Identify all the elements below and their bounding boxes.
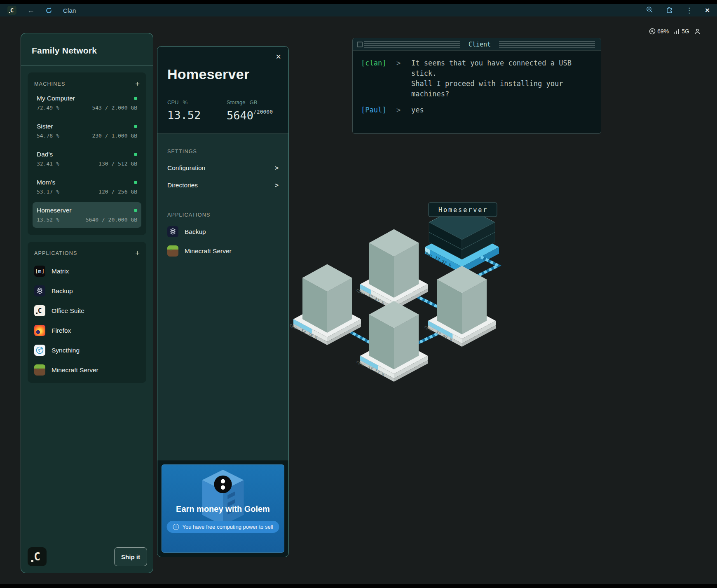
machine-row-dads[interactable]: Dad's 32.41 %130 / 512 GB: [33, 146, 141, 172]
machine-storage: 130 / 512 GB: [98, 161, 137, 167]
back-icon[interactable]: ←: [27, 7, 35, 14]
machine-storage: 5640 / 20.000 GB: [86, 217, 137, 223]
machine-cpu: 53.17 %: [37, 189, 59, 195]
app-canvas: 69% 5G Family Network MACHINES + My Comp…: [0, 16, 717, 584]
machine-row-sister[interactable]: Sister 54.78 %230 / 1.000 GB: [33, 118, 141, 144]
menu-kebab-icon[interactable]: ⋮: [686, 6, 693, 15]
detail-header: × Homeserver CPU% 13.52 StorageGB 5640/2…: [157, 47, 288, 134]
page-title: Clan: [63, 7, 76, 14]
titlebar-lines: [499, 41, 595, 48]
terminal-message: [clan] > It seems that you have connecte…: [361, 58, 593, 99]
add-application-button[interactable]: +: [135, 249, 140, 257]
clan-logo-icon: C: [7, 6, 16, 15]
detail-title: Homeserver: [167, 66, 250, 82]
app-row-firefox[interactable]: Firefox: [34, 325, 140, 336]
setting-label: Configuration: [167, 164, 205, 172]
machine-name: Sister: [37, 123, 53, 130]
cpu-stat: CPU% 13.52: [167, 99, 201, 121]
cpu-value: 13.52: [167, 109, 201, 121]
matrix-icon: [m]: [34, 266, 45, 277]
family-network-panel: Family Network MACHINES + My Computer 72…: [21, 33, 153, 573]
machine-storage: 120 / 256 GB: [98, 189, 137, 195]
settings-row-directories[interactable]: Directories >: [167, 182, 279, 189]
app-row-office-suite[interactable]: C Office Suite: [34, 305, 140, 316]
detail-app-row-backup[interactable]: Backup: [167, 226, 279, 237]
applications-card: APPLICATIONS + [m] Matrix Backup C Offic…: [28, 242, 146, 383]
user-icon[interactable]: [694, 28, 701, 35]
message-text: It seems that you have connected a USB s…: [411, 58, 580, 99]
backup-icon: [34, 285, 45, 296]
terminal-message: [Paul] > yes: [361, 105, 593, 115]
message-text: yes: [411, 105, 580, 115]
titlebar-lines: [364, 41, 460, 48]
online-dot: [134, 153, 137, 156]
app-label: Minecraft Server: [185, 247, 232, 255]
app-label: Office Suite: [52, 307, 84, 315]
browser-topbar: C ← Clan ⋮ ×: [0, 4, 717, 16]
app-row-syncthing[interactable]: Syncthing: [34, 345, 140, 356]
machine-storage: 543 / 2.000 GB: [92, 105, 137, 111]
firefox-icon: [34, 325, 45, 336]
machine-cpu: 32.41 %: [37, 161, 59, 167]
reload-icon[interactable]: [45, 7, 52, 14]
close-icon[interactable]: ×: [276, 52, 281, 61]
add-machine-button[interactable]: +: [135, 80, 140, 88]
ad-subtitle-pill: i You have free computing power to sell: [167, 521, 279, 533]
app-row-matrix[interactable]: [m] Matrix: [34, 266, 140, 277]
terminal-title: Client: [469, 41, 491, 48]
machine-cpu: 54.78 %: [37, 133, 59, 139]
speaker-paul: [Paul]: [361, 105, 396, 115]
golem-server-illustration: [192, 467, 254, 529]
window-checkbox-icon[interactable]: [357, 42, 363, 47]
applications-header: APPLICATIONS: [34, 250, 77, 256]
speaker-clan: [clan]: [361, 58, 396, 99]
window-close-icon[interactable]: ×: [705, 6, 710, 15]
app-row-backup[interactable]: Backup: [34, 285, 140, 296]
machine-name: Homeserver: [37, 207, 71, 214]
machines-card: MACHINES + My Computer 72.49 %543 / 2.00…: [28, 72, 146, 235]
machine-storage: 230 / 1.000 GB: [92, 133, 137, 139]
machine-name: My Computer: [37, 95, 75, 102]
ship-it-button[interactable]: Ship it: [114, 547, 147, 566]
machine-name: Mom's: [37, 179, 55, 186]
terminal-titlebar[interactable]: Client: [353, 38, 601, 51]
online-dot: [134, 97, 137, 100]
machine-cpu: 13.52 %: [37, 217, 59, 223]
syncthing-icon: [34, 345, 45, 356]
terminal-output: [clan] > It seems that you have connecte…: [353, 51, 601, 128]
golem-ad-banner[interactable]: Earn money with Golem i You have free co…: [162, 464, 284, 553]
ad-subtitle: You have free computing power to sell: [183, 524, 273, 530]
machine-row-moms[interactable]: Mom's 53.17 %120 / 256 GB: [33, 174, 141, 200]
tooltip-label: Homeserver: [438, 206, 488, 214]
minecraft-icon: [167, 245, 178, 257]
storage-stat: StorageGB 5640/20000: [227, 99, 273, 122]
online-dot: [134, 209, 137, 212]
clan-logo: C: [28, 547, 47, 566]
chevron-right-icon: >: [275, 164, 279, 172]
app-label: Firefox: [52, 327, 71, 334]
setting-label: Directories: [167, 182, 198, 189]
app-label: Backup: [185, 228, 206, 236]
settings-row-configuration[interactable]: Configuration >: [167, 164, 279, 172]
online-dot: [134, 181, 137, 184]
machine-row-my-computer[interactable]: My Computer 72.49 %543 / 2.000 GB: [33, 90, 141, 116]
extensions-icon[interactable]: [665, 6, 673, 15]
app-label: Matrix: [52, 268, 69, 275]
battery-level: 69%: [657, 28, 669, 35]
signal-bars-icon: [674, 28, 680, 34]
detail-app-row-minecraft[interactable]: Minecraft Server: [167, 245, 279, 257]
machines-header: MACHINES: [34, 81, 66, 87]
battery-magnifier-icon: [649, 28, 656, 35]
network-map: cpu: 13.52 % cpu: 32.41 %: [264, 177, 519, 395]
online-dot: [134, 125, 137, 128]
detail-applications-header: APPLICATIONS: [167, 212, 279, 218]
backup-icon: [167, 226, 178, 237]
zoom-icon[interactable]: [646, 6, 653, 15]
machine-name: Dad's: [37, 151, 53, 158]
machine-row-homeserver[interactable]: Homeserver 13.52 %5640 / 20.000 GB: [33, 202, 141, 228]
minecraft-icon: [34, 364, 45, 376]
app-label: Backup: [52, 287, 73, 295]
app-label: Minecraft Server: [52, 366, 98, 374]
map-tooltip-homeserver: Homeserver: [429, 203, 497, 217]
app-row-minecraft-server[interactable]: Minecraft Server: [34, 364, 140, 376]
